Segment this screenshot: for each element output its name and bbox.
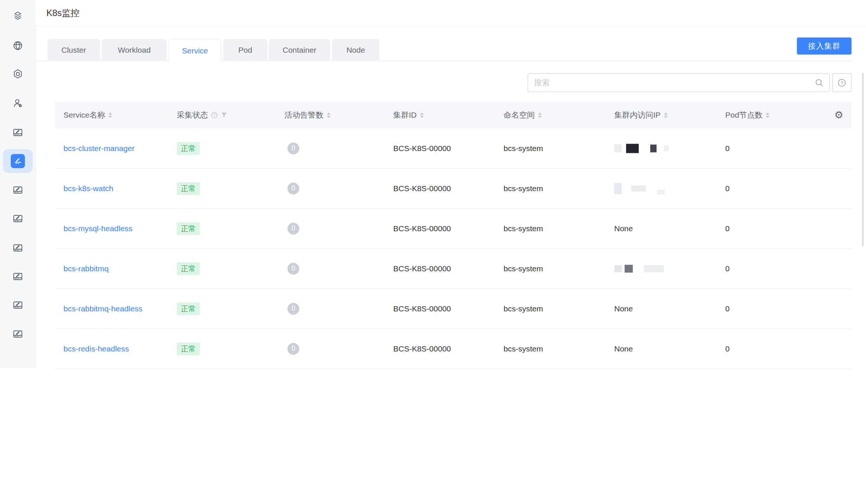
alarm-cell: 0 [284, 223, 299, 235]
sidebar-item-4[interactable] [3, 91, 33, 115]
col-header-pod-count[interactable]: Pod节点数 [725, 110, 769, 120]
globe-icon [12, 40, 23, 51]
question-circle-icon: ? [837, 78, 847, 88]
tab-label: Node [346, 46, 365, 55]
svg-text:?: ? [213, 113, 215, 117]
tab-cluster[interactable]: Cluster [48, 39, 100, 61]
col-header-service-name[interactable]: Service名称 [64, 110, 112, 120]
sort-icon [327, 112, 331, 118]
col-label: 集群ID [393, 110, 417, 120]
tab-label: Pod [238, 46, 252, 55]
alarm-cell: 0 [284, 303, 299, 315]
alarm-count-badge: 0 [287, 303, 299, 315]
status-badge: 正常 [177, 343, 200, 355]
col-header-cluster-ip[interactable]: 集群内访问IP [614, 110, 668, 120]
sidebar-item-7[interactable] [3, 178, 33, 202]
dashboard-icon [12, 213, 23, 224]
active-chip [11, 154, 25, 168]
tab-service[interactable]: Service [169, 39, 221, 62]
magnifier-icon[interactable] [814, 78, 824, 88]
dashboard-icon [12, 328, 23, 340]
alarm-count-badge: 0 [287, 143, 299, 154]
connect-cluster-button[interactable]: 接入集群 [797, 37, 852, 55]
status-badge: 正常 [177, 302, 200, 315]
pod-count-cell: 0 [725, 184, 730, 193]
redaction-blocks [614, 144, 669, 153]
table-row: bcs-mysql-headless 正常 0 BCS-K8S-00000 bc… [55, 209, 852, 249]
service-name-link[interactable]: bcs-k8s-watch [64, 184, 113, 193]
col-label: 命名空间 [504, 110, 535, 120]
cluster-id-cell: BCS-K8S-00000 [393, 144, 451, 153]
pod-count-cell: 0 [725, 344, 730, 353]
table-row: bcs-rabbitmq 正常 0 BCS-K8S-00000 bcs-syst… [55, 249, 852, 289]
sidebar-item-2[interactable] [3, 34, 33, 58]
vertical-scrollbar[interactable] [862, 73, 864, 246]
cluster-ip-redacted [614, 265, 664, 272]
status-cell: 正常 [177, 262, 200, 275]
table-body: bcs-cluster-manager 正常 0 BCS-K8S-00000 b… [55, 128, 852, 369]
status-badge: 正常 [177, 222, 200, 235]
dashboard-icon [12, 242, 23, 253]
sidebar-item-11[interactable] [3, 293, 33, 317]
cluster-id-cell: BCS-K8S-00000 [393, 344, 451, 353]
alarm-count-badge: 0 [287, 263, 299, 275]
sidebar-item-8[interactable] [3, 207, 33, 230]
sort-icon [420, 112, 424, 118]
sidebar-item-1[interactable] [3, 4, 33, 28]
status-badge: 正常 [177, 262, 200, 275]
col-header-namespace[interactable]: 命名空间 [504, 110, 542, 120]
sidebar-item-10[interactable] [3, 265, 33, 288]
redaction-blocks [614, 183, 665, 194]
alarm-cell: 0 [284, 143, 299, 154]
top-bar: K8s监控 [36, 0, 866, 26]
cluster-id-cell: BCS-K8S-00000 [393, 264, 451, 273]
sidebar-item-9[interactable] [3, 236, 33, 260]
hexagon-cube-icon [12, 68, 23, 79]
sidebar-item-3[interactable] [3, 62, 33, 86]
sort-icon [108, 112, 112, 118]
status-cell: 正常 [177, 222, 200, 235]
tab-label: Container [283, 46, 316, 55]
k8s-monitor-page: K8s监控 Cluster Workload Service Pod Conta… [0, 0, 866, 504]
table-row: bcs-cluster-manager 正常 0 BCS-K8S-00000 b… [55, 128, 852, 168]
namespace-cell: bcs-system [504, 304, 543, 313]
col-header-active-alarms[interactable]: 活动告警数 [284, 110, 331, 120]
namespace-cell: bcs-system [504, 344, 543, 353]
status-cell: 正常 [177, 302, 200, 315]
redaction-blocks [614, 265, 664, 272]
tab-node[interactable]: Node [332, 39, 380, 61]
sidebar-item-5[interactable] [3, 121, 33, 144]
cluster-ip-cell: None [614, 344, 633, 353]
search-input[interactable] [528, 78, 814, 87]
alarm-count-badge: 0 [287, 183, 299, 194]
funnel-filter-icon[interactable] [221, 112, 227, 118]
sidebar-item-12[interactable] [3, 322, 33, 346]
cluster-id-cell: BCS-K8S-00000 [393, 184, 451, 193]
service-name-link[interactable]: bcs-redis-headless [64, 344, 129, 353]
cluster-ip-redacted [614, 144, 669, 153]
sidebar-item-6-active[interactable] [3, 149, 33, 173]
help-button[interactable]: ? [832, 73, 852, 92]
gear-icon[interactable]: ⚙ [834, 110, 843, 120]
service-table: Service名称 采集状态 ? 活动告警数 集群ID [55, 102, 852, 369]
tab-workload[interactable]: Workload [102, 39, 167, 61]
cluster-id-cell: BCS-K8S-00000 [393, 304, 451, 313]
service-name-link[interactable]: bcs-cluster-manager [64, 144, 134, 153]
tab-pod[interactable]: Pod [223, 39, 267, 61]
tab-container[interactable]: Container [269, 39, 330, 61]
col-header-collect-status[interactable]: 采集状态 ? [177, 110, 227, 120]
sort-icon [766, 112, 769, 118]
service-name-link[interactable]: bcs-rabbitmq-headless [64, 304, 142, 313]
dashboard-icon [12, 300, 23, 311]
question-circle-icon[interactable]: ? [210, 111, 218, 119]
col-header-cluster-id[interactable]: 集群ID [393, 110, 424, 120]
search-box [528, 73, 830, 92]
pod-count-cell: 0 [725, 144, 730, 153]
table-row: bcs-rabbitmq-headless 正常 0 BCS-K8S-00000… [55, 289, 852, 329]
status-badge: 正常 [177, 182, 200, 195]
alarm-cell: 0 [284, 263, 299, 275]
namespace-cell: bcs-system [504, 264, 543, 273]
service-name-link[interactable]: bcs-rabbitmq [64, 264, 108, 273]
service-name-link[interactable]: bcs-mysql-headless [64, 224, 133, 233]
pod-count-cell: 0 [725, 224, 730, 233]
